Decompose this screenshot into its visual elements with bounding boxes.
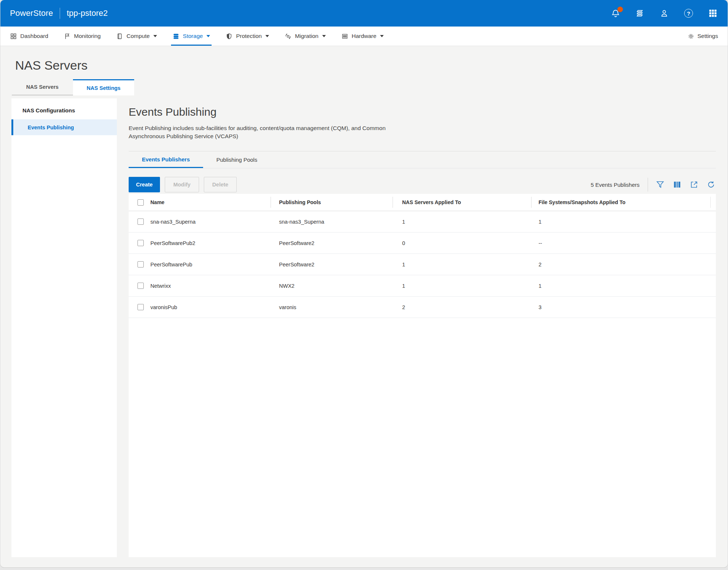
table-row[interactable]: varonisPub varonis 2 3 xyxy=(129,297,716,318)
nav-storage[interactable]: Storage xyxy=(173,27,210,46)
toolbar-right: 5 Events Publishers xyxy=(591,178,716,192)
table-row[interactable]: PeerSoftwarePub2 PeerSoftware2 0 -- xyxy=(129,232,716,254)
brand-logo: PowerStore xyxy=(10,8,53,18)
column-header-publishing-pools[interactable]: Publishing Pools xyxy=(271,194,393,211)
chevron-down-icon xyxy=(265,35,269,37)
table-header-row: Name Publishing Pools NAS Servers Applie… xyxy=(129,194,716,211)
dashboard-icon xyxy=(10,33,17,40)
nav-compute[interactable]: Compute xyxy=(116,27,157,46)
nas-count-cell: 2 xyxy=(393,297,531,318)
delete-button[interactable]: Delete xyxy=(204,177,237,192)
sidebar-item-label: Events Publishing xyxy=(28,125,74,130)
nav-label: Protection xyxy=(236,33,262,39)
brand-divider xyxy=(60,8,60,19)
name-cell: PeerSoftwarePub2 xyxy=(129,232,271,253)
column-label: Name xyxy=(150,199,164,205)
table-row[interactable]: Netwrixx NWX2 1 1 xyxy=(129,275,716,297)
settings-button[interactable]: Settings xyxy=(687,27,718,46)
row-checkbox[interactable] xyxy=(137,240,144,246)
publisher-name: Netwrixx xyxy=(150,283,171,289)
events-publishing-panel: Events Publishing Event Publishing inclu… xyxy=(129,98,716,557)
create-button[interactable]: Create xyxy=(129,177,160,192)
nav-label: Monitoring xyxy=(74,33,101,39)
settings-label: Settings xyxy=(697,33,718,39)
publisher-name: PeerSoftwarePub2 xyxy=(150,240,195,246)
tab-nas-servers[interactable]: NAS Servers xyxy=(12,79,73,95)
table-row[interactable]: sna-nas3_Superna sna-nas3_Superna 1 1 xyxy=(129,211,716,232)
chevron-down-icon xyxy=(206,35,210,37)
nav-label: Migration xyxy=(295,33,318,39)
pool-cell: NWX2 xyxy=(271,275,393,296)
appbar-actions: ? xyxy=(610,8,718,18)
select-all-checkbox[interactable] xyxy=(137,199,144,206)
tab-nas-settings[interactable]: NAS Settings xyxy=(73,79,134,95)
chevron-down-icon xyxy=(380,35,384,37)
fs-count-cell: 1 xyxy=(531,211,716,232)
pool-cell: PeerSoftware2 xyxy=(271,232,393,253)
page-body: NAS Servers NAS Servers NAS Settings NAS… xyxy=(0,46,728,567)
toolbar-divider xyxy=(648,178,648,192)
fs-count-cell: 2 xyxy=(531,254,716,275)
gear-icon xyxy=(687,33,694,40)
fs-count-cell: -- xyxy=(531,232,716,253)
fs-count-cell: 3 xyxy=(531,297,716,318)
row-checkbox[interactable] xyxy=(137,261,144,267)
column-header-file-systems[interactable]: File Systems/Snapshots Applied To xyxy=(531,194,716,211)
modify-button[interactable]: Modify xyxy=(165,177,199,192)
app-header: PowerStore tpp-pstore2 xyxy=(0,0,728,27)
chevron-down-icon xyxy=(322,35,326,37)
events-publishers-table: Name Publishing Pools NAS Servers Applie… xyxy=(129,194,716,557)
sidebar-item-events-publishing[interactable]: Events Publishing xyxy=(11,119,117,135)
row-checkbox[interactable] xyxy=(137,304,144,310)
help-icon[interactable]: ? xyxy=(683,8,694,18)
nav-label: Dashboard xyxy=(20,33,48,39)
row-checkbox[interactable] xyxy=(137,218,144,225)
page-title: NAS Servers xyxy=(15,58,728,73)
cluster-name: tpp-pstore2 xyxy=(67,8,108,18)
user-icon[interactable] xyxy=(659,8,669,18)
column-header-name[interactable]: Name xyxy=(129,194,271,211)
fs-count-cell: 1 xyxy=(531,275,716,296)
column-picker-icon[interactable] xyxy=(672,180,682,189)
nav-label: Storage xyxy=(183,33,203,39)
nav-hardware[interactable]: Hardware xyxy=(341,27,384,46)
migration-icon xyxy=(285,33,292,40)
storage-stack-icon xyxy=(173,33,180,40)
nav-monitoring[interactable]: Monitoring xyxy=(64,27,101,46)
jobs-icon[interactable] xyxy=(635,8,645,18)
nav-migration[interactable]: Migration xyxy=(285,27,326,46)
pool-cell: PeerSoftware2 xyxy=(271,254,393,275)
subtab-events-publishers[interactable]: Events Publishers xyxy=(129,151,203,168)
refresh-icon[interactable] xyxy=(706,180,716,189)
compute-icon xyxy=(116,33,123,40)
nas-count-cell: 0 xyxy=(393,232,531,253)
rack-icon xyxy=(341,33,348,40)
page-tabs: NAS Servers NAS Settings xyxy=(12,79,728,95)
column-header-nas-servers[interactable]: NAS Servers Applied To xyxy=(393,194,531,211)
export-icon[interactable] xyxy=(689,180,699,189)
flag-icon xyxy=(64,33,71,40)
pool-cell: varonis xyxy=(271,297,393,318)
apps-grid-icon[interactable] xyxy=(708,8,718,18)
table-toolbar: Create Modify Delete 5 Events Publishers xyxy=(129,176,716,193)
table-row[interactable]: PeerSoftwarePub PeerSoftware2 1 2 xyxy=(129,254,716,275)
name-cell: varonisPub xyxy=(129,297,271,318)
nav-dashboard[interactable]: Dashboard xyxy=(10,27,48,46)
nas-count-cell: 1 xyxy=(393,275,531,296)
bell-icon[interactable] xyxy=(610,8,621,18)
row-checkbox[interactable] xyxy=(137,283,144,289)
sub-tabs: Events Publishers Publishing Pools xyxy=(129,151,716,168)
filter-icon[interactable] xyxy=(655,180,665,189)
notification-badge xyxy=(617,7,623,12)
name-cell: sna-nas3_Superna xyxy=(129,211,271,232)
nav-protection[interactable]: Protection xyxy=(226,27,269,46)
publisher-name: sna-nas3_Superna xyxy=(150,219,196,225)
publisher-name: PeerSoftwarePub xyxy=(150,262,192,267)
publisher-name: varonisPub xyxy=(150,304,177,310)
help-glyph: ? xyxy=(687,10,690,17)
name-cell: Netwrixx xyxy=(129,275,271,296)
chevron-down-icon xyxy=(153,35,157,37)
subtab-publishing-pools[interactable]: Publishing Pools xyxy=(203,151,271,168)
nav-label: Hardware xyxy=(352,33,376,39)
main-nav: Dashboard Monitoring Compute Storage xyxy=(0,27,728,46)
